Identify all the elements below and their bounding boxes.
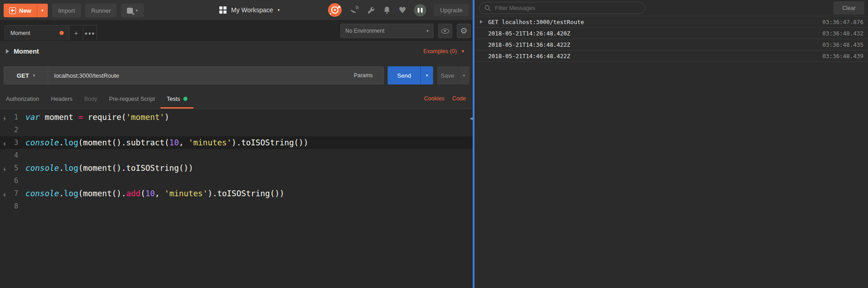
code-token: . bbox=[59, 164, 64, 173]
send-dropdown-button[interactable]: ▾ bbox=[420, 66, 433, 84]
clear-console-button[interactable]: Clear bbox=[833, 1, 864, 15]
editor-line[interactable]: 2 bbox=[0, 124, 473, 136]
gutter-marker-icon bbox=[3, 114, 6, 120]
expand-arrow-icon[interactable] bbox=[480, 20, 488, 24]
plus-icon bbox=[9, 7, 16, 14]
params-button[interactable]: Params bbox=[343, 72, 384, 79]
code-line-content: console.log(moment().toISOString()) bbox=[18, 164, 193, 173]
request-subtab-label: Headers bbox=[51, 96, 72, 102]
collapse-arrow-icon[interactable] bbox=[6, 49, 9, 54]
code-token: ) bbox=[165, 113, 170, 122]
console-header: Clear bbox=[474, 0, 868, 16]
console-log-row[interactable]: GET localhost:3000/testRoute03:36:47.876 bbox=[474, 16, 868, 28]
request-subtab-label: Body bbox=[84, 96, 97, 102]
collapse-panel-arrow[interactable]: ◀ bbox=[469, 116, 473, 121]
code-token: console bbox=[25, 138, 59, 147]
code-link[interactable]: Code bbox=[452, 95, 466, 102]
collection-name: Moment bbox=[14, 48, 39, 55]
tests-code-editor[interactable]: 1var moment = require('moment')23console… bbox=[0, 109, 473, 288]
tab-options-button[interactable]: ●●● bbox=[83, 25, 97, 40]
environment-settings-button[interactable]: ⚙ bbox=[457, 24, 471, 38]
open-request-tab[interactable]: Moment bbox=[5, 25, 70, 40]
code-token: ).toISOString()) bbox=[207, 189, 284, 198]
console-log-row[interactable]: 2018-05-21T14:46:48.422Z03:36:48.439 bbox=[474, 50, 868, 62]
examples-dropdown[interactable]: Examples (0) ▼ bbox=[423, 48, 465, 55]
request-subtab-body[interactable]: Body bbox=[78, 89, 103, 109]
gutter-marker-icon bbox=[3, 165, 6, 171]
send-button[interactable]: Send bbox=[388, 66, 420, 84]
eye-icon bbox=[441, 29, 449, 34]
runner-button-label: Runner bbox=[91, 7, 111, 14]
cookies-link[interactable]: Cookies bbox=[424, 95, 444, 102]
runner-button[interactable]: Runner bbox=[86, 4, 117, 17]
log-message: GET localhost:3000/testRoute bbox=[488, 19, 584, 25]
environment-preview-button[interactable] bbox=[438, 24, 452, 38]
import-button[interactable]: Import bbox=[52, 4, 81, 17]
interceptor-icon[interactable] bbox=[349, 5, 359, 15]
code-token: , bbox=[179, 138, 188, 147]
editor-line[interactable]: 7console.log(moment().add(10, 'minutes')… bbox=[0, 187, 473, 200]
method-selector[interactable]: GET ▾ bbox=[4, 67, 48, 84]
request-subtabs: AuthorizationHeadersBodyPre-request Scri… bbox=[0, 89, 473, 109]
request-subtab-label: Authorization bbox=[6, 96, 39, 102]
editor-line[interactable]: 6 bbox=[0, 174, 473, 187]
code-token: 10 bbox=[145, 189, 155, 198]
log-message: 2018-05-21T14:46:48.422Z bbox=[488, 53, 570, 60]
settings-wrench-icon[interactable] bbox=[367, 6, 375, 15]
method-label: GET bbox=[17, 72, 29, 79]
chevron-down-icon: ▾ bbox=[33, 73, 35, 78]
code-token: var bbox=[25, 113, 40, 122]
gutter-marker-icon bbox=[3, 140, 6, 145]
user-avatar[interactable] bbox=[414, 4, 426, 16]
code-token: ).toISOString()) bbox=[232, 138, 308, 147]
examples-label: Examples (0) bbox=[423, 48, 457, 55]
code-token: . bbox=[59, 189, 64, 198]
save-button[interactable]: Save bbox=[437, 66, 458, 84]
code-token: . bbox=[59, 138, 64, 147]
code-line-content: console.log(moment().subtract(10, 'minut… bbox=[18, 138, 308, 147]
sync-status-icon[interactable] bbox=[328, 3, 342, 17]
request-subtab-label: Tests bbox=[167, 96, 180, 102]
postman-window: New ▾ Import Runner ▾ My Workspace bbox=[0, 0, 868, 288]
request-subtab-pre-request-script[interactable]: Pre-request Script bbox=[103, 89, 161, 109]
new-tab-button[interactable]: + bbox=[70, 25, 83, 40]
request-subtab-headers[interactable]: Headers bbox=[45, 89, 78, 109]
editor-line[interactable]: 8 bbox=[0, 200, 473, 213]
notifications-bell-icon[interactable] bbox=[383, 6, 391, 15]
code-token: , bbox=[155, 189, 165, 198]
code-token: ( bbox=[141, 189, 146, 198]
line-number: 4 bbox=[0, 151, 18, 159]
code-token: 'moment' bbox=[126, 113, 164, 122]
save-dropdown-button[interactable]: ▾ bbox=[458, 66, 469, 84]
main-panel: New ▾ Import Runner ▾ My Workspace bbox=[0, 0, 473, 288]
new-window-button[interactable]: ▾ bbox=[121, 4, 144, 17]
new-button[interactable]: New bbox=[4, 4, 37, 17]
console-log-row[interactable]: 2018-05-21T14:36:48.422Z03:36:48.435 bbox=[474, 39, 868, 50]
editor-line[interactable]: 3console.log(moment().subtract(10, 'minu… bbox=[0, 136, 473, 149]
editor-line[interactable]: 1var moment = require('moment') bbox=[0, 111, 473, 124]
chevron-down-icon: ▼ bbox=[461, 49, 465, 54]
upgrade-button[interactable]: Upgrade bbox=[434, 4, 469, 16]
editor-line[interactable]: 4 bbox=[0, 149, 473, 162]
environment-selector[interactable]: No Environment ▾ bbox=[340, 24, 434, 38]
line-number: 8 bbox=[0, 202, 18, 210]
upgrade-button-label: Upgrade bbox=[440, 7, 463, 14]
code-token: console bbox=[25, 164, 59, 173]
code-token: 'minutes' bbox=[188, 138, 232, 147]
code-token: 'minutes' bbox=[165, 189, 208, 198]
code-token: add bbox=[126, 189, 141, 198]
log-timestamp: 03:36:48.432 bbox=[823, 30, 863, 37]
editor-line[interactable]: 5console.log(moment().toISOString()) bbox=[0, 162, 473, 174]
url-input[interactable]: localhost:3000/testRoute bbox=[48, 72, 343, 79]
console-log-row[interactable]: 2018-05-21T14:26:48.420Z03:36:48.432 bbox=[474, 28, 868, 39]
workspace-selector[interactable]: My Workspace ▾ bbox=[219, 0, 280, 20]
new-window-icon bbox=[127, 8, 133, 14]
line-number: 2 bbox=[0, 126, 18, 134]
new-dropdown-button[interactable]: ▾ bbox=[37, 4, 48, 17]
filter-messages-input[interactable] bbox=[495, 5, 640, 11]
open-request-tab-label: Moment bbox=[10, 30, 30, 36]
clear-button-label: Clear bbox=[842, 5, 856, 11]
request-subtab-authorization[interactable]: Authorization bbox=[0, 89, 45, 109]
request-subtab-tests[interactable]: Tests bbox=[161, 89, 193, 109]
favorites-heart-icon[interactable]: ♥ bbox=[399, 6, 406, 15]
